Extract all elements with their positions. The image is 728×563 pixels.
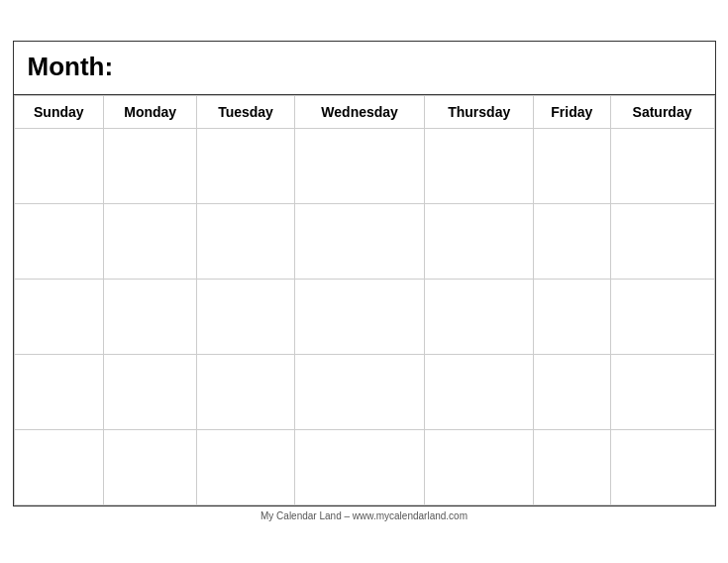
- calendar-cell[interactable]: [533, 203, 610, 279]
- calendar-cell[interactable]: [14, 279, 104, 354]
- day-header-wednesday: Wednesday: [294, 95, 425, 128]
- calendar-grid: Sunday Monday Tuesday Wednesday Thursday…: [14, 95, 715, 506]
- calendar-cell[interactable]: [104, 354, 197, 429]
- calendar-cell[interactable]: [294, 128, 425, 203]
- calendar-cell[interactable]: [294, 354, 425, 429]
- day-header-friday: Friday: [533, 95, 610, 128]
- month-title: Month:: [28, 52, 114, 81]
- day-header-saturday: Saturday: [610, 95, 714, 128]
- calendar-cell[interactable]: [14, 203, 104, 279]
- calendar-cell[interactable]: [104, 128, 197, 203]
- calendar-cell[interactable]: [294, 203, 425, 279]
- days-header-row: Sunday Monday Tuesday Wednesday Thursday…: [14, 95, 714, 128]
- calendar-cell[interactable]: [197, 354, 295, 429]
- calendar-cell[interactable]: [104, 203, 197, 279]
- calendar-row: [14, 128, 714, 203]
- calendar-cell[interactable]: [425, 203, 534, 279]
- calendar-cell[interactable]: [425, 279, 534, 354]
- calendar-cell[interactable]: [294, 279, 425, 354]
- calendar-cell[interactable]: [294, 429, 425, 505]
- calendar-cell[interactable]: [610, 203, 714, 279]
- calendar-cell[interactable]: [104, 279, 197, 354]
- calendar-cell[interactable]: [425, 128, 534, 203]
- calendar-cell[interactable]: [610, 354, 714, 429]
- calendar-cell[interactable]: [14, 354, 104, 429]
- calendar-cell[interactable]: [610, 429, 714, 505]
- day-header-sunday: Sunday: [14, 95, 104, 128]
- calendar-footer: My Calendar Land – www.mycalendarland.co…: [13, 507, 716, 523]
- calendar-body: [14, 128, 714, 505]
- calendar-cell[interactable]: [197, 128, 295, 203]
- calendar-row: [14, 203, 714, 279]
- calendar-cell[interactable]: [197, 279, 295, 354]
- day-header-monday: Monday: [104, 95, 197, 128]
- calendar-header: Month:: [14, 42, 715, 95]
- calendar-cell[interactable]: [197, 429, 295, 505]
- calendar-cell[interactable]: [197, 203, 295, 279]
- day-header-tuesday: Tuesday: [197, 95, 295, 128]
- calendar-row: [14, 279, 714, 354]
- calendar-cell[interactable]: [610, 279, 714, 354]
- calendar-cell[interactable]: [533, 354, 610, 429]
- calendar-cell[interactable]: [425, 354, 534, 429]
- calendar-cell[interactable]: [14, 429, 104, 505]
- calendar-container: Month: Sunday Monday Tuesday Wednesday T…: [13, 41, 716, 507]
- calendar-cell[interactable]: [610, 128, 714, 203]
- calendar-cell[interactable]: [533, 279, 610, 354]
- calendar-cell[interactable]: [533, 429, 610, 505]
- calendar-cell[interactable]: [14, 128, 104, 203]
- calendar-cell[interactable]: [425, 429, 534, 505]
- calendar-row: [14, 354, 714, 429]
- calendar-row: [14, 429, 714, 505]
- day-header-thursday: Thursday: [425, 95, 534, 128]
- calendar-cell[interactable]: [533, 128, 610, 203]
- calendar-cell[interactable]: [104, 429, 197, 505]
